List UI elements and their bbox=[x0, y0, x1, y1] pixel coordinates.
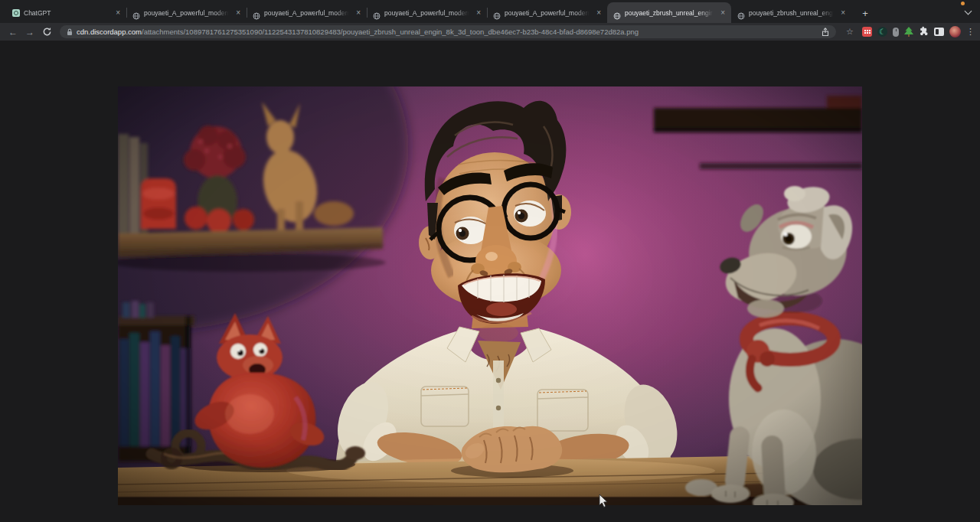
tab-pouyaeti-3[interactable]: pouyaeti_A_powerful_modern × bbox=[367, 2, 487, 23]
new-tab-button[interactable]: + bbox=[856, 4, 874, 22]
browser-toolbar: ← → cdn.discordapp.com/attachments/10897… bbox=[0, 23, 980, 41]
back-button[interactable]: ← bbox=[6, 25, 20, 39]
tab-pouyaeti-2[interactable]: pouyaeti_A_powerful_modern × bbox=[247, 2, 367, 23]
tab-close-icon[interactable]: × bbox=[595, 9, 603, 17]
tab-close-icon[interactable]: × bbox=[719, 9, 727, 17]
vignette bbox=[118, 86, 862, 505]
tab-close-icon[interactable]: × bbox=[354, 9, 362, 17]
tab-close-icon[interactable]: × bbox=[475, 9, 482, 17]
tab-close-icon[interactable]: × bbox=[114, 9, 122, 17]
tab-active-zbrush[interactable]: pouyaeti_zbrush_unreal_engin × bbox=[607, 2, 731, 23]
globe-favicon-icon bbox=[613, 9, 621, 17]
tab-pouyaeti-4[interactable]: pouyaeti_A_powerful_modern × bbox=[487, 2, 607, 23]
page-content bbox=[0, 41, 980, 522]
tab-title: pouyaeti_A_powerful_modern bbox=[144, 9, 230, 17]
bookmark-star-icon[interactable]: ☆ bbox=[844, 27, 856, 37]
extensions-row: ☾ ⋮ bbox=[862, 25, 974, 39]
globe-favicon-icon bbox=[253, 9, 260, 17]
profile-avatar[interactable] bbox=[949, 26, 961, 38]
side-panel-icon[interactable] bbox=[934, 28, 944, 36]
tree-crown bbox=[904, 27, 913, 34]
url-path: /attachments/1089781761275351090/1122543… bbox=[142, 28, 639, 36]
tab-close-icon[interactable]: × bbox=[839, 9, 847, 17]
tree-trunk bbox=[908, 34, 910, 37]
tab-chatgpt[interactable]: ChatGPT × bbox=[6, 2, 126, 23]
globe-favicon-icon bbox=[493, 9, 501, 17]
lock-icon[interactable] bbox=[67, 28, 73, 36]
tab-strip: ChatGPT × pouyaeti_A_powerful_modern × p… bbox=[0, 0, 980, 23]
tab-title: pouyaeti_zbrush_unreal_engin bbox=[625, 9, 715, 17]
tab-zbrush-2[interactable]: pouyaeti_zbrush_unreal_engin × bbox=[731, 2, 851, 23]
tab-pouyaeti-1[interactable]: pouyaeti_A_powerful_modern × bbox=[126, 2, 247, 23]
notification-dot bbox=[961, 2, 965, 5]
menu-icon[interactable]: ⋮ bbox=[966, 27, 974, 37]
globe-favicon-icon bbox=[737, 9, 745, 17]
share-icon[interactable] bbox=[822, 28, 829, 37]
tab-title: pouyaeti_A_powerful_modern bbox=[264, 9, 351, 17]
mouse-cursor bbox=[599, 494, 609, 508]
chatgpt-favicon-icon bbox=[12, 9, 20, 17]
address-bar[interactable]: cdn.discordapp.com/attachments/108978176… bbox=[60, 25, 836, 38]
reload-button[interactable] bbox=[40, 25, 54, 39]
discord-image[interactable] bbox=[118, 86, 862, 505]
mouse-extension-icon[interactable] bbox=[893, 28, 899, 37]
globe-favicon-icon bbox=[132, 9, 140, 17]
tab-title: pouyaeti_A_powerful_modern bbox=[505, 9, 591, 17]
tree-extension-icon[interactable] bbox=[904, 27, 913, 37]
tab-title: ChatGPT bbox=[24, 9, 110, 17]
url-domain: cdn.discordapp.com bbox=[77, 28, 142, 36]
globe-favicon-icon bbox=[373, 9, 381, 17]
red-extension-icon[interactable] bbox=[862, 27, 872, 37]
tab-search-chevron-icon[interactable] bbox=[965, 8, 972, 15]
tab-title: pouyaeti_zbrush_unreal_engin bbox=[749, 9, 835, 17]
forward-button[interactable]: → bbox=[23, 25, 37, 39]
extensions-puzzle-icon[interactable] bbox=[919, 25, 929, 39]
tab-close-icon[interactable]: × bbox=[234, 9, 242, 17]
tab-title: pouyaeti_A_powerful_modern bbox=[384, 9, 471, 17]
moon-extension-icon[interactable]: ☾ bbox=[877, 27, 887, 37]
tab-strip-right bbox=[949, 0, 980, 23]
browser-window: ChatGPT × pouyaeti_A_powerful_modern × p… bbox=[0, 0, 980, 522]
scene-illustration bbox=[118, 86, 862, 505]
url-text: cdn.discordapp.com/attachments/108978176… bbox=[77, 28, 818, 36]
